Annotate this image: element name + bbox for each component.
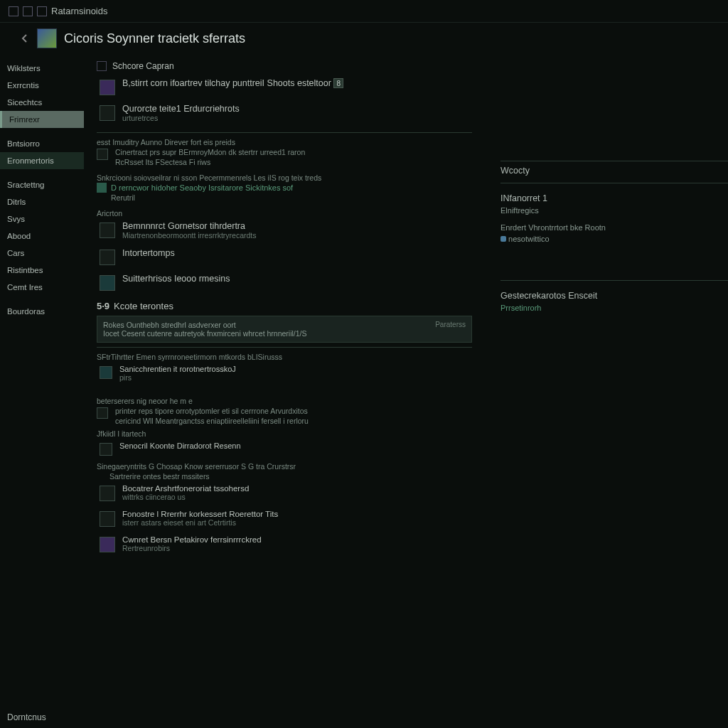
sidebar-item-0[interactable]: Wiklsters xyxy=(0,60,84,77)
sidebar-item-9[interactable]: Abood xyxy=(0,228,84,245)
sidebar-item-11[interactable]: Ristintbes xyxy=(0,262,84,279)
list-item-6[interactable]: Sanicchrentien it rorotnertrosskoJ pirs xyxy=(97,362,472,387)
section-5: 5·9 Kcote terontes xyxy=(97,301,472,311)
green-status: D rerncwor hidoher Seaoby Isrsitarore Si… xyxy=(97,183,472,193)
status-icon xyxy=(97,183,107,193)
center-column: Schcore Capran B,stirrt corn ifoartrev t… xyxy=(97,57,486,728)
list-item-sub1[interactable]: Cinertract prs supr BErmroyMdon dk stert… xyxy=(97,147,472,167)
right-heading-1: Wcocty xyxy=(500,166,728,176)
section-icon xyxy=(97,61,107,71)
list-item-2[interactable]: Qurorcte teite1 Erdurcriehrots urturetrc… xyxy=(97,101,472,128)
item-icon-9 xyxy=(100,511,115,527)
subtext: esst Imuditry Aunno Direver fort eis pre… xyxy=(97,137,472,147)
highlight-bar[interactable]: Rokes Ounthebh stredhrl asdverxer oort I… xyxy=(97,316,472,343)
item-icon-4 xyxy=(100,250,115,265)
sidebar-item-6[interactable]: Sractettng xyxy=(0,176,84,193)
subtext: Snkrciooni soiovseilrar ni sson Pecermme… xyxy=(97,173,472,183)
item-icon-5 xyxy=(100,275,115,291)
sidebar-item-12[interactable]: Cemt Ires xyxy=(0,279,84,296)
sidebar-item-13[interactable]: Bourdoras xyxy=(0,303,84,320)
list-item-7[interactable]: Senocril Koonte Dirradorot Resenn xyxy=(97,439,472,461)
item-icon-8 xyxy=(100,486,115,501)
list-item-8[interactable]: Bocatrer Arshrtfoneroriat tssohersd witt… xyxy=(97,481,472,507)
list-item-9[interactable]: Fonostre l Rrerrhr korkessert Roerettor … xyxy=(97,507,472,532)
header-bar: Ratarnsinoids xyxy=(0,0,728,23)
sidebar-item-2[interactable]: Sicechtcs xyxy=(0,94,84,111)
page-title: Cicoris Soynner tracietk sferrats xyxy=(64,31,245,46)
list-item-4[interactable]: Intortertomps xyxy=(97,245,472,271)
sidebar-item-1[interactable]: Exrrcntis xyxy=(0,77,84,94)
list-item-sub2[interactable]: printer reps tipore orrotyptomler eti si… xyxy=(97,406,472,426)
sidebar-item-5[interactable]: Eronmertoris xyxy=(0,152,84,169)
sidebar-footer[interactable]: Dorntcnus xyxy=(7,712,46,722)
section-heading-1: Schcore Capran xyxy=(97,61,472,71)
item-icon-2 xyxy=(100,105,115,121)
right-link[interactable]: Prrsetinrorh xyxy=(500,304,728,312)
right-column: Wcocty INfanorret 1 Elniftregics Enrdert… xyxy=(486,57,728,728)
app-icon xyxy=(37,28,57,48)
sidebar-item-8[interactable]: Svys xyxy=(0,210,84,228)
right-heading-3: Gestecrekarotos Ensceit xyxy=(500,291,728,301)
list-item-1[interactable]: B,stirrt corn ifoartrev tilchay punttrei… xyxy=(97,75,472,101)
item-icon-3 xyxy=(100,223,115,238)
list-item-3[interactable]: Bemnnnrct Gornetsor tihrdertra Miartreno… xyxy=(97,218,472,245)
item-icon-1 xyxy=(100,80,115,95)
sidebar: Wiklsters Exrrcntis Sicechtcs Frimrexr B… xyxy=(0,57,84,728)
sub-icon-2 xyxy=(97,407,108,419)
item-icon-7 xyxy=(100,443,112,456)
right-dot-row: nesotwittico xyxy=(500,233,728,245)
header-icon-2 xyxy=(23,6,33,16)
header-icon-3 xyxy=(37,6,47,16)
item-icon-10 xyxy=(100,537,115,552)
badge-1: 8 xyxy=(333,78,343,88)
header-icon-1 xyxy=(9,6,18,16)
dot-icon xyxy=(500,236,506,242)
sidebar-item-3[interactable]: Frimrexr xyxy=(0,111,84,128)
item-icon-6 xyxy=(100,366,112,379)
sub-icon xyxy=(97,149,108,160)
back-chevron-icon[interactable] xyxy=(20,33,30,43)
list-item-10[interactable]: Cwnret Bersn Petakirov ferrsinrrrckred R… xyxy=(97,532,472,558)
sidebar-item-4[interactable]: Bntsiorro xyxy=(0,135,84,152)
right-heading-2: INfanorret 1 xyxy=(500,193,728,203)
breadcrumb: Ratarnsinoids xyxy=(51,6,108,16)
list-item-5[interactable]: Suitterhrisos Ieooo rmesins xyxy=(97,271,472,296)
sidebar-item-7[interactable]: Ditrls xyxy=(0,193,84,210)
title-row: Cicoris Soynner tracietk sferrats xyxy=(0,23,728,57)
sidebar-item-10[interactable]: Cars xyxy=(0,245,84,262)
